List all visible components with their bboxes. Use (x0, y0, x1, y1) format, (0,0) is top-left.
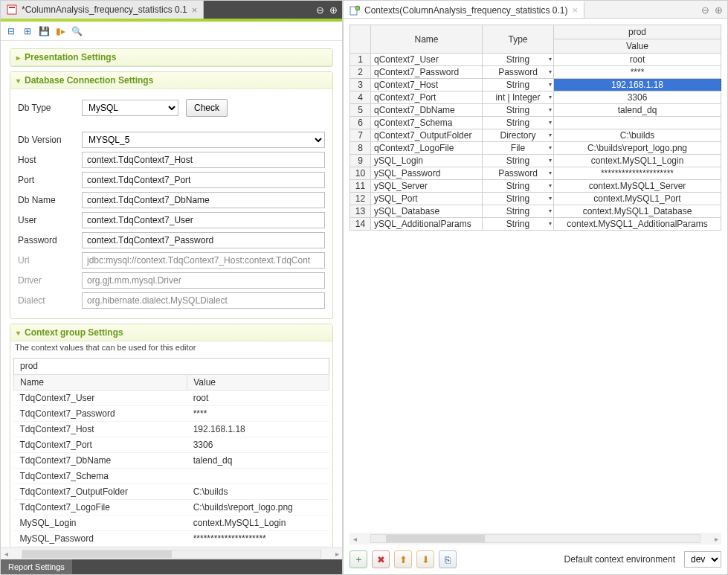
row-value[interactable]: context.MySQL1_Server (554, 180, 721, 193)
close-icon[interactable]: × (572, 4, 578, 16)
maximize-icon[interactable]: ⊕ (712, 4, 724, 16)
scroll-left-icon[interactable]: ◂ (1, 550, 11, 558)
row-value[interactable]: 192.168.1.18 (554, 79, 721, 91)
row-value[interactable]: 3306 (554, 91, 721, 104)
table-row[interactable]: 12ySQL_PortString▾context.MySQL1_Port (350, 193, 721, 205)
editor-scroll[interactable]: ▸ Presentation Settings ▾ Database Conne… (1, 41, 342, 547)
row-name[interactable]: qContext7_OutputFolder (371, 129, 483, 142)
row-value[interactable]: context.MySQL1_Database (554, 205, 721, 218)
chevron-down-icon[interactable]: ▾ (549, 157, 552, 164)
row-name[interactable]: qContext7_Schema (371, 117, 483, 129)
row-name[interactable]: ySQL_AdditionalParams (371, 218, 483, 231)
dbname-input[interactable] (82, 192, 325, 208)
chevron-down-icon[interactable]: ▾ (549, 81, 552, 88)
row-value[interactable] (554, 117, 721, 129)
row-value[interactable]: context.MySQL1_Login (554, 155, 721, 167)
table-row[interactable]: TdqContext7_Host192.168.1.18 (14, 422, 329, 437)
row-name[interactable]: qContext7_User (371, 54, 483, 66)
section-presentation-header[interactable]: ▸ Presentation Settings (10, 49, 332, 66)
table-row[interactable]: 13ySQL_DatabaseString▾context.MySQL1_Dat… (350, 205, 721, 218)
scroll-left-icon[interactable]: ◂ (349, 535, 360, 543)
table-row[interactable]: 6qContext7_SchemaString▾ (350, 117, 721, 129)
context-grid[interactable]: Name Type prod Value 1qContext7_UserStri… (349, 25, 721, 533)
maximize-icon[interactable]: ⊕ (327, 4, 339, 16)
col-value[interactable]: Value (187, 375, 329, 391)
row-type[interactable]: Password▾ (483, 167, 554, 180)
row-value[interactable]: context.MySQL1_AdditionalParams (554, 218, 721, 231)
row-type[interactable]: String▾ (483, 155, 554, 167)
row-type[interactable]: String▾ (483, 117, 554, 129)
chevron-down-icon[interactable]: ▾ (549, 106, 552, 113)
chevron-down-icon[interactable]: ▾ (549, 119, 552, 126)
close-icon[interactable]: × (192, 4, 198, 16)
row-type[interactable]: String▾ (483, 205, 554, 218)
table-row[interactable]: 7qContext7_OutputFolderDirectory▾C:\buil… (350, 129, 721, 142)
row-type[interactable]: String▾ (483, 104, 554, 117)
table-row[interactable]: 14ySQL_AdditionalParamsString▾context.My… (350, 218, 721, 231)
horizontal-scrollbar[interactable]: ◂ ▸ (1, 547, 342, 559)
row-value[interactable]: **** (554, 66, 721, 79)
table-row[interactable]: 2qContext7_PasswordPassword▾**** (350, 66, 721, 79)
row-name[interactable]: ySQL_Database (371, 205, 483, 218)
row-type[interactable]: String▾ (483, 218, 554, 231)
row-value[interactable]: talend_dq (554, 104, 721, 117)
db-type-select[interactable]: MySQL (82, 100, 178, 116)
move-down-button[interactable]: ⬇ (416, 550, 434, 568)
row-name[interactable]: ySQL_Password (371, 167, 483, 180)
table-row[interactable]: TdqContext7_OutputFolderC:\builds (14, 484, 329, 500)
table-row[interactable]: 3qContext7_HostString▾192.168.1.18 (350, 79, 721, 91)
chevron-down-icon[interactable]: ▾ (549, 208, 552, 214)
table-row[interactable]: TdqContext7_Userroot (14, 391, 329, 406)
grid-horizontal-scrollbar[interactable]: ◂ ▸ (349, 533, 721, 545)
collapse-all-icon[interactable]: ⊟ (5, 25, 17, 37)
table-row[interactable]: TdqContext7_Schema (14, 469, 329, 484)
grid-col-type[interactable]: Type (483, 25, 554, 54)
table-row[interactable]: 10ySQL_PasswordPassword▾****************… (350, 167, 721, 180)
table-row[interactable]: 1qContext7_UserString▾root (350, 54, 721, 66)
row-name[interactable]: qContext7_Host (371, 79, 483, 91)
context-env-tab[interactable]: prod (13, 358, 329, 374)
row-name[interactable]: qContext7_Port (371, 91, 483, 104)
run-icon[interactable]: ▮▸ (54, 25, 66, 37)
scroll-right-icon[interactable]: ▸ (332, 550, 342, 558)
row-type[interactable]: String▾ (483, 54, 554, 66)
chevron-down-icon[interactable]: ▾ (549, 220, 552, 227)
grid-col-value[interactable]: Value (554, 39, 721, 54)
table-row[interactable]: 9ySQL_LoginString▾context.MySQL1_Login (350, 155, 721, 167)
chevron-down-icon[interactable]: ▾ (549, 182, 552, 189)
chevron-down-icon[interactable]: ▾ (549, 94, 552, 100)
chevron-down-icon[interactable]: ▾ (549, 144, 552, 151)
row-value[interactable]: C:\builds\report_logo.png (554, 142, 721, 155)
port-input[interactable] (82, 172, 325, 188)
row-name[interactable]: qContext7_LogoFile (371, 142, 483, 155)
table-row[interactable]: 8qContext7_LogoFileFile▾C:\builds\report… (350, 142, 721, 155)
password-input[interactable] (82, 232, 325, 248)
db-version-select[interactable]: MYSQL_5 (82, 132, 325, 148)
add-row-button[interactable]: ＋ (349, 550, 367, 568)
chevron-down-icon[interactable]: ▾ (549, 56, 552, 62)
row-name[interactable]: ySQL_Server (371, 180, 483, 193)
table-row[interactable]: TdqContext7_LogoFileC:\builds\report_log… (14, 500, 329, 515)
row-type[interactable]: String▾ (483, 79, 554, 91)
minimize-icon[interactable]: ⊖ (699, 4, 711, 16)
move-up-button[interactable]: ⬆ (394, 550, 412, 568)
scroll-right-icon[interactable]: ▸ (711, 535, 721, 543)
row-type[interactable]: Password▾ (483, 66, 554, 79)
chevron-down-icon[interactable]: ▾ (549, 195, 552, 202)
table-row[interactable]: 5qContext7_DbNameString▾talend_dq (350, 104, 721, 117)
chevron-down-icon[interactable]: ▾ (549, 68, 552, 75)
row-name[interactable]: ySQL_Login (371, 155, 483, 167)
grid-col-name[interactable]: Name (371, 25, 483, 54)
row-value[interactable]: C:\builds (554, 129, 721, 142)
footer-tab-report-settings[interactable]: Report Settings (1, 559, 72, 574)
chevron-down-icon[interactable]: ▾ (549, 132, 552, 138)
row-type[interactable]: String▾ (483, 193, 554, 205)
row-value[interactable]: root (554, 54, 721, 66)
table-row[interactable]: MySQL_Password********************* (14, 531, 329, 547)
editor-tab[interactable]: *ColumnAnalysis_frequency_statistics 0.1… (1, 1, 204, 19)
section-context-header[interactable]: ▾ Context group Settings (10, 324, 332, 341)
contexts-tab[interactable]: Contexts(ColumnAnalysis_frequency_statis… (344, 1, 584, 18)
row-type[interactable]: File▾ (483, 142, 554, 155)
row-value[interactable]: ********************* (554, 167, 721, 180)
row-name[interactable]: ySQL_Port (371, 193, 483, 205)
